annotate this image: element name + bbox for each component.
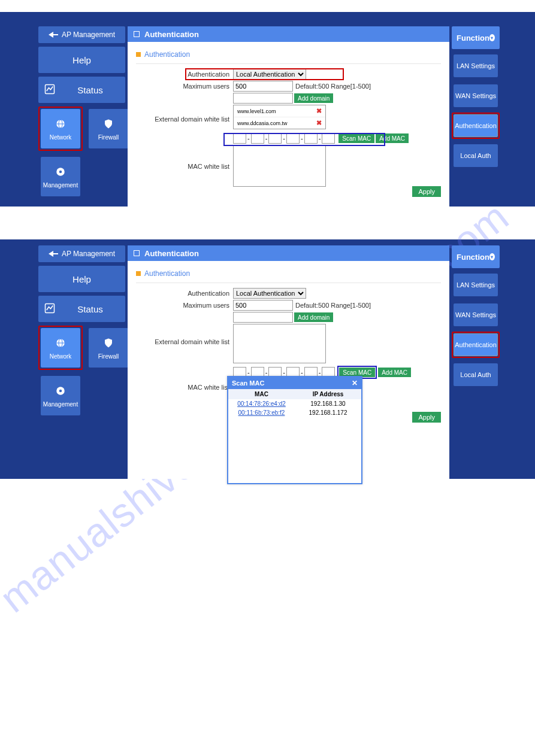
mac-octet-input[interactable]	[251, 133, 264, 144]
delete-domain-icon[interactable]: ✖	[316, 107, 322, 115]
network-tile[interactable]: Network	[41, 109, 80, 148]
scan-result-row: 00:11:6b:73:eb:f2 192.168.1.172	[228, 408, 361, 417]
section-label: Authentication	[144, 50, 190, 59]
wan-settings-button[interactable]: WAN Settings	[454, 303, 498, 326]
section-bullet-icon	[136, 271, 141, 276]
mac-octet-input[interactable]	[322, 133, 335, 144]
ip-value: 192.168.1.30	[295, 399, 361, 408]
max-users-label: Maximum users	[136, 302, 233, 309]
auth-select[interactable]: Local Authentication	[233, 69, 306, 80]
domain-whitelist-box	[233, 324, 326, 363]
ip-value: 192.168.1.172	[295, 408, 361, 417]
delete-domain-icon[interactable]: ✖	[316, 119, 322, 127]
help-label: Help	[72, 55, 91, 65]
max-users-hint: Default:500 Range[1-500]	[295, 83, 371, 90]
page-title: Authentication	[144, 30, 199, 39]
management-label: Management	[43, 401, 78, 408]
lan-settings-button[interactable]: LAN Settings	[454, 54, 498, 77]
status-label: Status	[61, 85, 119, 95]
popup-title: Scan MAC	[232, 379, 264, 387]
title-square-icon	[134, 31, 140, 37]
function-button[interactable]: Function ▾	[452, 26, 500, 49]
domain-input[interactable]	[233, 93, 293, 104]
firewall-tile[interactable]: Firewall	[89, 328, 128, 368]
popup-header-row: MAC IP Address	[228, 389, 361, 399]
mac-link[interactable]: 00:14:78:26:e4:d2	[237, 400, 286, 407]
close-icon[interactable]: ✕	[352, 379, 358, 387]
globe-icon	[54, 117, 67, 130]
authentication-button[interactable]: Authentication	[454, 333, 498, 356]
page-title-bar: Authentication	[128, 26, 449, 42]
status-label: Status	[61, 304, 119, 314]
domain-item: www.level1.com ✖	[234, 105, 325, 117]
mac-octet-input[interactable]	[233, 133, 246, 144]
domain-input[interactable]	[233, 312, 293, 323]
ap-management-button[interactable]: AP Management	[38, 245, 125, 262]
ap-mgmt-label: AP Management	[62, 250, 115, 258]
chevron-down-icon: ▾	[489, 34, 495, 41]
domain-text: www.ddcasia.com.tw	[237, 120, 288, 126]
add-mac-button[interactable]: Add MAC	[376, 133, 409, 143]
section-title: Authentication	[136, 267, 441, 283]
whitelist-label: External domain white list	[136, 105, 233, 123]
ap-management-button[interactable]: AP Management	[38, 26, 125, 43]
wan-settings-button[interactable]: WAN Settings	[454, 84, 498, 107]
apply-button[interactable]: Apply	[412, 412, 441, 423]
network-label: Network	[50, 134, 72, 141]
mac-link[interactable]: 00:11:6b:73:eb:f2	[238, 409, 285, 416]
gear-icon	[54, 165, 67, 178]
shield-icon	[102, 117, 115, 130]
svg-point-11	[59, 389, 62, 392]
auth-select[interactable]: Local Authentication	[233, 288, 306, 299]
mac-octet-input[interactable]	[304, 133, 318, 144]
apply-button[interactable]: Apply	[412, 186, 441, 197]
add-domain-button[interactable]: Add domain	[294, 93, 333, 103]
domain-whitelist-box: www.level1.com ✖ www.ddcasia.com.tw ✖	[233, 105, 326, 129]
firewall-tile[interactable]: Firewall	[89, 109, 128, 148]
chevron-down-icon: ▾	[489, 253, 495, 260]
mac-whitelist-label: MAC white list	[136, 145, 233, 170]
scan-mac-button[interactable]: Scan MAC	[338, 133, 374, 143]
help-label: Help	[72, 274, 91, 284]
globe-icon	[54, 336, 67, 350]
max-users-input[interactable]	[233, 300, 293, 311]
section-label: Authentication	[144, 269, 190, 278]
network-tile[interactable]: Network	[41, 328, 80, 368]
page-title: Authentication	[144, 249, 199, 258]
max-users-hint: Default:500 Range[1-500]	[295, 302, 371, 309]
management-tile[interactable]: Management	[41, 157, 80, 196]
lan-settings-button[interactable]: LAN Settings	[454, 274, 498, 296]
col-ip: IP Address	[295, 389, 361, 399]
status-button[interactable]: Status	[38, 296, 125, 322]
max-users-input[interactable]	[233, 81, 293, 92]
function-label: Function	[457, 253, 489, 262]
management-label: Management	[43, 182, 78, 189]
local-auth-button[interactable]: Local Auth	[454, 144, 498, 167]
add-domain-button[interactable]: Add domain	[294, 312, 333, 322]
ap-mgmt-label: AP Management	[62, 31, 115, 39]
add-mac-button[interactable]: Add MAC	[378, 368, 411, 377]
col-mac: MAC	[228, 389, 295, 399]
mac-octet-input[interactable]	[268, 133, 282, 144]
function-button[interactable]: Function ▾	[452, 245, 500, 268]
title-square-icon	[134, 250, 140, 256]
help-button[interactable]: Help	[38, 47, 125, 73]
auth-label: Authentication	[136, 290, 233, 297]
auth-label: Authentication	[136, 71, 233, 78]
help-button[interactable]: Help	[38, 266, 125, 292]
status-button[interactable]: Status	[38, 77, 125, 103]
domain-text: www.level1.com	[237, 108, 276, 114]
arrow-left-icon	[49, 251, 58, 257]
section-bullet-icon	[136, 52, 141, 57]
max-users-label: Maximum users	[136, 83, 233, 90]
section-title: Authentication	[136, 48, 441, 64]
chart-icon	[44, 84, 55, 96]
svg-point-5	[59, 170, 62, 173]
local-auth-button[interactable]: Local Auth	[454, 363, 498, 386]
authentication-button[interactable]: Authentication	[454, 114, 498, 137]
scan-result-row: 00:14:78:26:e4:d2 192.168.1.30	[228, 399, 361, 408]
management-tile[interactable]: Management	[41, 376, 80, 415]
chart-icon	[44, 303, 55, 315]
mac-octet-input[interactable]	[286, 133, 300, 144]
scan-mac-popup: Scan MAC ✕ MAC IP Address 00:14:78:26:e4…	[227, 376, 362, 484]
